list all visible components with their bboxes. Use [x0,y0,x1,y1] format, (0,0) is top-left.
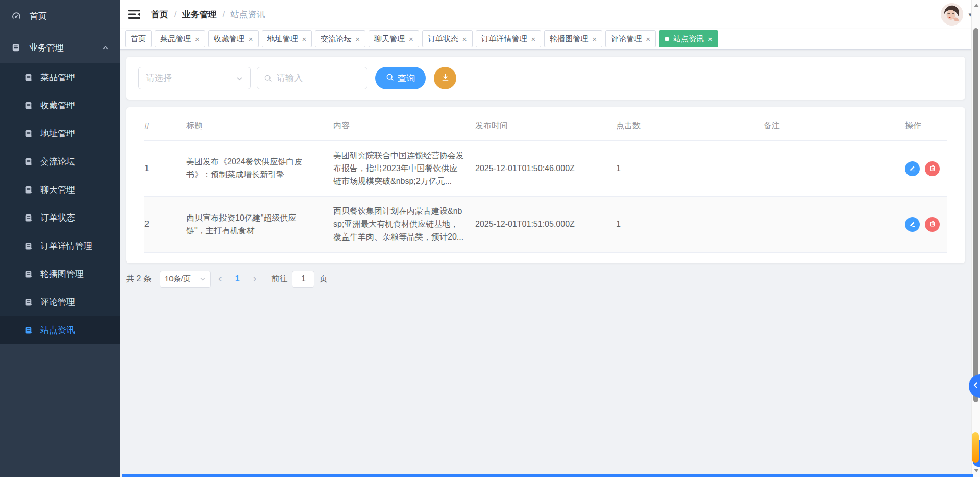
tag-comment-management[interactable]: 评论管理× [605,30,656,47]
page-unit-label: 页 [319,274,327,284]
sidebar-item-favorites-management[interactable]: 收藏管理 [0,91,120,120]
cell-title: 美团发布《2024餐饮供应链白皮书》：预制菜成增长新引擎 [186,141,333,197]
tag-chat-management[interactable]: 聊天管理× [369,30,419,47]
search-input[interactable] [277,73,360,83]
goto-page: 前往 页 [271,271,327,288]
document-icon [24,298,33,307]
sidebar-item-order-status[interactable]: 订单状态 [0,204,120,232]
tag-site-news[interactable]: 站点资讯× [659,30,718,47]
sidebar-item-forum[interactable]: 交流论坛 [0,148,120,176]
sidebar-item-label: 地址管理 [40,128,75,139]
tag-order-detail-management[interactable]: 订单详情管理× [476,30,542,47]
close-icon[interactable]: × [708,35,713,43]
close-icon[interactable]: × [355,35,360,43]
table-row: 1 美团发布《2024餐饮供应链白皮书》：预制菜成增长新引擎 美团研究院联合中国… [144,141,947,197]
pagination: 共 2 条 10条/页 ‹ 1 › 前往 页 [126,271,965,288]
news-table-panel: # 标题 内容 发布时间 点击数 备注 操作 1 美团发布《2024餐饮供应链白 [126,107,965,263]
goto-page-input[interactable] [292,271,314,288]
user-avatar[interactable] [941,3,963,26]
close-icon[interactable]: × [646,35,650,43]
close-icon[interactable]: × [302,35,307,43]
document-icon [24,213,33,223]
chevron-up-icon [102,44,109,51]
close-icon[interactable]: × [592,35,597,43]
sidebar-item-label: 订单状态 [40,212,75,224]
search-icon [264,74,272,82]
breadcrumb-home[interactable]: 首页 [151,9,168,20]
search-button[interactable]: 查询 [375,67,426,89]
cell-publish-time: 2025-12-01T01:50:46.000Z [475,141,616,197]
delete-button[interactable] [925,217,940,232]
scrollbar-down-arrow[interactable] [974,469,979,472]
sidebar-item-label: 收藏管理 [40,100,75,111]
column-title: 标题 [186,109,333,141]
select-input[interactable] [146,73,236,83]
next-page-button[interactable]: › [245,273,264,284]
sidebar-group-label: 业务管理 [29,42,64,54]
close-icon[interactable]: × [249,35,253,43]
sidebar-group-business[interactable]: 业务管理 [0,32,120,63]
sidebar-item-dish-management[interactable]: 菜品管理 [0,63,120,91]
sidebar-item-chat-management[interactable]: 聊天管理 [0,176,120,204]
close-icon[interactable]: × [409,35,413,43]
scrollbar-up-arrow[interactable] [974,4,979,7]
search-field-select[interactable] [138,67,251,89]
cell-title: 西贝宣布投资10亿建"超级供应链"，主打有机食材 [186,197,333,252]
sidebar-item-home[interactable]: 首页 [0,0,120,32]
search-panel: 查询 [126,57,965,100]
close-icon[interactable]: × [195,35,200,43]
close-icon[interactable]: × [531,35,536,43]
cell-content: 西贝餐饮集团计划在内蒙古建设&nbsp;亚洲最大有机食材供应链基地，覆盖牛羊肉、… [333,197,475,252]
floating-button-orange[interactable] [972,432,979,463]
close-icon[interactable]: × [462,35,467,43]
tag-forum[interactable]: 交流论坛× [315,30,365,47]
sidebar-item-label: 站点资讯 [40,324,75,336]
prev-page-button[interactable]: ‹ [211,273,230,284]
sidebar-item-order-detail-management[interactable]: 订单详情管理 [0,232,120,260]
topbar: 首页 / 业务管理 / 站点资讯 ▾ [120,0,980,29]
export-button[interactable] [434,67,456,89]
tag-home[interactable]: 首页 [125,30,152,47]
page-content: 查询 # 标题 [120,50,971,477]
search-icon [386,73,394,84]
cell-publish-time: 2025-12-01T01:51:05.000Z [475,197,616,252]
sidebar-item-label: 评论管理 [40,296,75,308]
tag-order-status[interactable]: 订单状态× [422,30,473,47]
column-actions: 操作 [905,109,947,141]
delete-button[interactable] [925,161,940,176]
tag-favorites-management[interactable]: 收藏管理× [208,30,259,47]
edit-button[interactable] [905,161,920,176]
document-icon [24,101,33,110]
tag-address-management[interactable]: 地址管理× [262,30,312,47]
chevron-down-icon [236,75,243,82]
page-number-1[interactable]: 1 [230,274,245,283]
document-icon [24,326,33,335]
pagination-total: 共 2 条 [126,274,152,284]
tag-carousel-management[interactable]: 轮播图管理× [544,30,602,47]
bottom-strip [122,474,973,477]
dashboard-icon [11,11,21,21]
chevron-down-icon [200,276,206,282]
download-icon [440,73,450,84]
active-dot [665,37,669,41]
cell-clicks: 1 [616,197,764,252]
page-size-select[interactable]: 10条/页 [160,271,211,288]
document-icon [11,43,21,53]
hamburger-icon[interactable] [128,9,141,20]
scrollbar-thumb[interactable] [973,28,978,402]
sidebar-item-label: 订单详情管理 [40,240,92,252]
sidebar-item-carousel-management[interactable]: 轮播图管理 [0,260,120,288]
edit-button[interactable] [905,217,920,232]
column-publish-time: 发布时间 [475,109,616,141]
sidebar-item-site-news[interactable]: 站点资讯 [0,316,120,344]
sidebar-item-comment-management[interactable]: 评论管理 [0,288,120,316]
tag-dish-management[interactable]: 菜品管理× [155,30,205,47]
breadcrumb-business[interactable]: 业务管理 [182,9,217,20]
document-icon [24,185,33,195]
sidebar-item-label: 首页 [30,10,47,22]
news-table: # 标题 内容 发布时间 点击数 备注 操作 1 美团发布《2024餐饮供应链白 [144,109,947,253]
sidebar-item-address-management[interactable]: 地址管理 [0,120,120,148]
column-content: 内容 [333,109,475,141]
edit-icon [909,220,916,229]
breadcrumb-separator: / [174,9,177,19]
